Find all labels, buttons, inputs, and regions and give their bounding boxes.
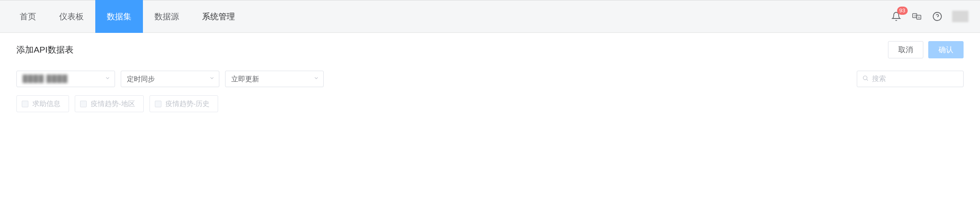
tag-label: 求助信息: [32, 99, 60, 108]
checkbox-icon: [155, 101, 161, 107]
svg-point-4: [933, 12, 941, 21]
checkbox-icon: [22, 101, 28, 107]
search-input[interactable]: [872, 75, 959, 83]
tags-row: 求助信息 疫情趋势-地区 疫情趋势-历史: [0, 91, 980, 116]
page-header: 添加API数据表 取消 确认: [0, 33, 980, 62]
checkbox-icon: [80, 101, 87, 107]
nav-icons: 93 中A: [890, 11, 980, 22]
chevron-down-icon: [105, 75, 110, 83]
tag-label: 疫情趋势-地区: [91, 99, 135, 108]
page-title: 添加API数据表: [16, 44, 74, 55]
tag-trend-history[interactable]: 疫情趋势-历史: [150, 95, 219, 112]
svg-text:A: A: [918, 16, 920, 19]
chevron-down-icon: [209, 75, 215, 83]
sync-mode-select-value: 定时同步: [127, 74, 155, 84]
avatar[interactable]: [952, 11, 968, 22]
tag-label: 疫情趋势-历史: [166, 99, 210, 108]
confirm-button[interactable]: 确认: [928, 41, 964, 58]
nav-item-datasource[interactable]: 数据源: [143, 0, 191, 33]
nav-item-dashboard[interactable]: 仪表板: [48, 0, 95, 33]
search-icon: [862, 75, 869, 83]
datasource-select-value: ████ ████: [23, 75, 68, 83]
nav-item-dataset[interactable]: 数据集: [95, 0, 143, 33]
cancel-button[interactable]: 取消: [888, 41, 923, 58]
translate-icon[interactable]: 中A: [911, 11, 922, 22]
datasource-select[interactable]: ████ ████: [16, 71, 115, 87]
svg-point-6: [863, 76, 867, 80]
update-mode-select[interactable]: 立即更新: [225, 71, 324, 87]
notification-badge: 93: [897, 7, 908, 15]
sync-mode-select[interactable]: 定时同步: [121, 71, 219, 87]
tag-help-info[interactable]: 求助信息: [16, 95, 69, 112]
nav-item-home[interactable]: 首页: [8, 0, 48, 33]
svg-line-7: [867, 79, 868, 81]
filter-row: ████ ████ 定时同步 立即更新: [0, 62, 980, 91]
top-nav: 首页 仪表板 数据集 数据源 系统管理 93 中A: [0, 0, 980, 33]
chevron-down-icon: [313, 75, 319, 83]
help-icon[interactable]: [932, 11, 943, 22]
notification-icon[interactable]: 93: [890, 11, 902, 22]
search-box[interactable]: [857, 71, 964, 87]
nav-item-system[interactable]: 系统管理: [191, 0, 246, 33]
tag-trend-region[interactable]: 疫情趋势-地区: [75, 95, 144, 112]
update-mode-select-value: 立即更新: [231, 74, 259, 84]
svg-text:中: 中: [914, 14, 917, 17]
